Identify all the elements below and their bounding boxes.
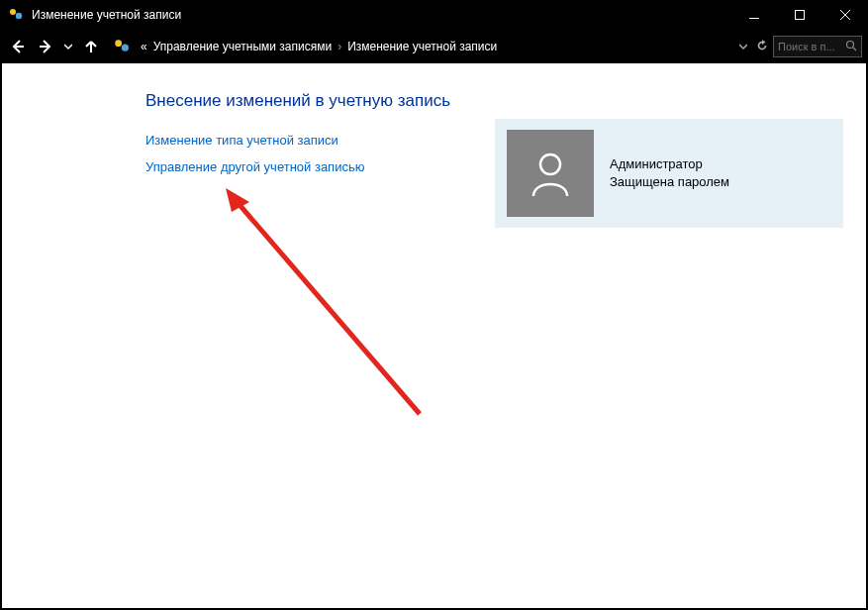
annotation-arrow (4, 127, 499, 523)
window-titlebar: Изменение учетной записи (0, 0, 868, 30)
svg-point-0 (10, 9, 16, 15)
window-title: Изменение учетной записи (32, 8, 731, 22)
svg-point-6 (847, 41, 854, 48)
breadcrumb-item[interactable]: Изменение учетной записи (347, 40, 497, 53)
search-input[interactable] (778, 41, 845, 52)
refresh-button[interactable] (755, 39, 769, 55)
page-heading: Внесение изменений в учетную запись (145, 91, 866, 111)
content-area: Внесение изменений в учетную запись Изме… (2, 63, 866, 608)
svg-rect-3 (796, 11, 805, 20)
breadcrumb-dropdown-icon[interactable] (739, 40, 747, 53)
user-card[interactable]: Администратор Защищена паролем (495, 119, 843, 228)
breadcrumb-icon (113, 38, 131, 55)
forward-button[interactable] (34, 35, 57, 58)
chevron-right-icon: › (338, 40, 341, 53)
nav-row: « Управление учетными записями › Изменен… (0, 30, 868, 63)
svg-point-1 (16, 13, 22, 19)
svg-point-4 (115, 40, 122, 47)
manage-other-account-link[interactable]: Управление другой учетной записью (145, 159, 364, 174)
svg-marker-10 (226, 188, 249, 212)
breadcrumb[interactable]: « Управление учетными записями › Изменен… (139, 35, 727, 58)
svg-rect-2 (749, 18, 759, 19)
breadcrumb-item[interactable]: Управление учетными записями (153, 40, 332, 53)
svg-point-5 (122, 45, 129, 51)
svg-point-8 (540, 154, 560, 174)
avatar (507, 130, 594, 217)
change-account-type-link[interactable]: Изменение типа учетной записи (145, 133, 338, 148)
back-button[interactable] (6, 35, 30, 58)
search-icon[interactable] (845, 40, 857, 54)
search-box[interactable] (773, 36, 862, 57)
svg-line-7 (853, 48, 856, 51)
maximize-button[interactable] (777, 0, 822, 30)
user-role: Администратор (610, 155, 729, 173)
minimize-button[interactable] (731, 0, 777, 30)
up-button[interactable] (79, 35, 103, 58)
close-button[interactable] (822, 0, 868, 30)
user-protection: Защищена паролем (610, 173, 729, 191)
user-info: Администратор Защищена паролем (610, 155, 729, 191)
recent-dropdown-icon[interactable] (61, 35, 75, 58)
svg-line-9 (235, 199, 420, 414)
breadcrumb-prefix: « (141, 40, 147, 53)
app-icon (8, 7, 24, 23)
window-controls (731, 0, 868, 30)
